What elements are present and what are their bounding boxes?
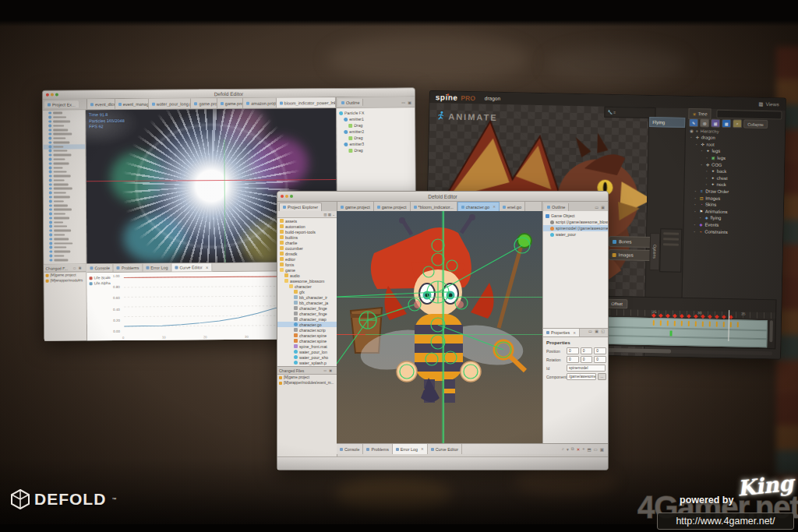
- tree-row[interactable]: water_pour_lon: [277, 349, 337, 354]
- spine-timeline[interactable]: Offset 25 30 35: [601, 296, 776, 350]
- panel-minmax-icons[interactable]: ▭ ▣: [595, 205, 608, 210]
- tree-row[interactable]: character.spine: [277, 338, 337, 344]
- tree-row[interactable]: build-report-tools: [277, 229, 337, 234]
- tree-row[interactable]: automation: [277, 224, 337, 229]
- scene-viewport[interactable]: [337, 211, 542, 443]
- file-item[interactable]: [44, 258, 86, 262]
- console-tab[interactable]: Console: [337, 444, 363, 454]
- tree-row[interactable]: character: [277, 284, 337, 289]
- browse-button[interactable]: ...: [598, 373, 606, 380]
- rotation-x-field[interactable]: 0: [567, 356, 579, 363]
- legend-entry[interactable]: Life Alpha: [90, 280, 111, 286]
- console-tab[interactable]: Curve Editor: [428, 444, 462, 454]
- maximize-panel-icon[interactable]: ▣: [600, 447, 604, 452]
- tree-row[interactable]: character_finge: [277, 311, 337, 316]
- keyframe-tick[interactable]: [667, 320, 669, 326]
- tree-row[interactable]: character_map: [277, 316, 337, 322]
- editor-tab[interactable]: event_dlcs.lua: [87, 99, 115, 109]
- left-file-list[interactable]: [43, 110, 87, 263]
- console-tab[interactable]: Curve Editor: [171, 263, 212, 271]
- tree-row[interactable]: assets: [277, 218, 337, 224]
- tree-row[interactable]: water_splash.p: [277, 360, 337, 365]
- panel-minmax-icons[interactable]: ▭ ▣ ◱: [588, 329, 608, 336]
- tree-row[interactable]: builtins: [277, 234, 337, 240]
- tree-row[interactable]: dmsdk: [277, 251, 337, 256]
- tab-project-explorer[interactable]: Project Ex...: [44, 100, 79, 107]
- tree-row[interactable]: character.go: [277, 322, 337, 327]
- editor-tab[interactable]: water_pour_long.particlefx: [149, 98, 192, 108]
- views-button[interactable]: ▦Views: [758, 100, 786, 107]
- keyframe-tick[interactable]: [653, 320, 655, 326]
- tree-row[interactable]: editor: [277, 256, 337, 262]
- keyframe-tick[interactable]: [688, 321, 690, 326]
- panel-minmax-icons[interactable]: ▭ ▣: [323, 368, 335, 372]
- changed-file-item[interactable]: [M]wrapper/modules: [44, 277, 87, 283]
- changed-files-header[interactable]: Changed F...▭ ▣: [44, 264, 86, 272]
- copy-icon[interactable]: ⧉: [571, 446, 574, 452]
- keyframe-tick[interactable]: [709, 322, 711, 327]
- tree-row[interactable]: cucumber: [277, 245, 337, 251]
- tab-outline[interactable]: Outline: [338, 99, 363, 106]
- minimize-icon[interactable]: [285, 195, 288, 198]
- offset-button[interactable]: Offset: [606, 299, 627, 309]
- zoom-icon[interactable]: [55, 93, 58, 97]
- pin-icon[interactable]: ⌖: [582, 446, 584, 452]
- changed-file-item[interactable]: [M]game.project: [277, 375, 337, 380]
- rotation-z-field[interactable]: 0: [594, 356, 606, 363]
- collapse-button[interactable]: Collapse: [743, 119, 768, 129]
- tree-row[interactable]: gfx: [277, 289, 337, 294]
- visibility-tool-button[interactable]: ▩: [722, 119, 731, 128]
- explorer-toolbar[interactable]: ▥ ▦ ⌄: [277, 211, 337, 218]
- timeline-vscrollbar[interactable]: [769, 320, 773, 342]
- images-button[interactable]: Images: [608, 249, 651, 261]
- tree-row[interactable]: awesome_blossom: [277, 278, 337, 284]
- keyframe-tick[interactable]: [716, 322, 718, 327]
- tree-row[interactable]: spine_front.mat: [277, 344, 337, 349]
- tree-row[interactable]: bb_character_ir: [277, 294, 337, 300]
- keyframe-green[interactable]: [669, 331, 672, 336]
- editor-tab[interactable]: amazon.properties: [243, 98, 276, 108]
- keyframe-tick[interactable]: [681, 321, 683, 326]
- editor-tab[interactable]: event_manager.lua: [115, 99, 149, 109]
- keyframe-tick[interactable]: [723, 322, 725, 327]
- tree-row[interactable]: charlie: [277, 240, 337, 245]
- animations-toolbar[interactable]: 🔧 ≡: [604, 107, 655, 118]
- hierarchy-row[interactable]: Constraints: [685, 227, 782, 236]
- tree-row[interactable]: water_pour_sho: [277, 354, 337, 360]
- outline-row[interactable]: Drag: [337, 146, 415, 153]
- tree-row[interactable]: game: [277, 267, 337, 273]
- close-icon[interactable]: [46, 93, 49, 97]
- tab-properties[interactable]: Properties: [543, 329, 580, 336]
- changed-file-item[interactable]: [M]wrapper/modules/event_m...: [277, 380, 337, 386]
- tree-row[interactable]: bb_character_ja: [277, 300, 337, 305]
- editor-tab[interactable]: game.project: [217, 98, 244, 108]
- bones-button[interactable]: Bones: [609, 236, 652, 248]
- minimize-panel-icon[interactable]: ▭: [594, 447, 598, 452]
- tab-outline[interactable]: Outline: [544, 203, 569, 211]
- tree-row[interactable]: fonts: [277, 262, 337, 267]
- console-tab[interactable]: Problems: [114, 264, 143, 272]
- keyframe-tick[interactable]: [674, 321, 676, 326]
- search-tool-button[interactable]: ⌕: [733, 119, 742, 128]
- minimize-icon[interactable]: [51, 93, 54, 97]
- position-x-field[interactable]: 0: [567, 347, 579, 354]
- keyframe-tick[interactable]: [702, 321, 704, 326]
- panel-minmax-icons[interactable]: ▭ ▣: [401, 100, 415, 104]
- editor-tab[interactable]: bloom_indicator_power_lnk.particlefx: [277, 97, 337, 108]
- editor-tab[interactable]: game.project: [191, 98, 217, 108]
- console-tab[interactable]: Error Log: [143, 264, 171, 272]
- position-y-field[interactable]: 0: [581, 347, 593, 354]
- tree-row[interactable]: audio: [277, 273, 337, 278]
- search-icon[interactable]: ⌕: [562, 446, 564, 452]
- panel-minmax-icons[interactable]: ▭ ▣: [73, 266, 85, 270]
- tree-row[interactable]: character_finge: [277, 305, 337, 311]
- console-tab[interactable]: Console: [87, 264, 114, 272]
- close-icon[interactable]: [281, 195, 284, 198]
- weights-tool-button[interactable]: ◎: [700, 118, 709, 127]
- animation-list-item[interactable]: Flying: [649, 117, 685, 128]
- console-tab[interactable]: Problems: [363, 444, 392, 454]
- scroll-lock-icon[interactable]: ⬒: [587, 447, 591, 452]
- traffic-lights[interactable]: [281, 195, 293, 198]
- traffic-lights[interactable]: [46, 93, 58, 97]
- console-tab[interactable]: Error Log: [393, 444, 428, 454]
